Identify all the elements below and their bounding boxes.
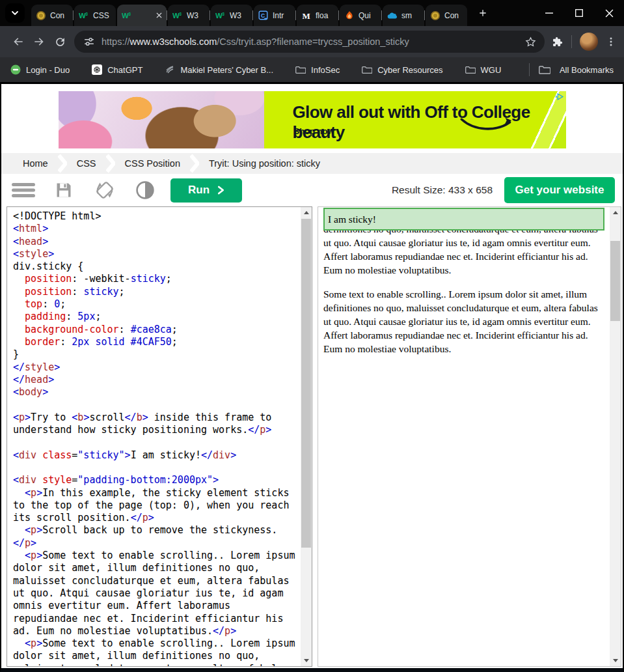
site-settings-icon[interactable] — [83, 36, 95, 48]
ad-cta-link[interactable]: Shop now › — [294, 126, 340, 136]
forward-button[interactable] — [29, 31, 49, 52]
menu-hamburger-icon[interactable] — [12, 182, 35, 198]
amazon-smile-icon — [458, 116, 518, 135]
code-line[interactable]: <body> — [13, 386, 299, 399]
browser-tab-active[interactable]: W3 — [117, 5, 167, 26]
scroll-up-arrow-icon[interactable] — [610, 207, 621, 218]
tab-label: Qui — [359, 11, 377, 20]
close-icon — [605, 9, 614, 18]
bookmark-item[interactable]: WGU — [465, 64, 502, 75]
run-button[interactable]: Run — [170, 178, 242, 203]
adchoices-icon[interactable] — [554, 92, 564, 101]
code-line[interactable]: <p>Some text to enable scrolling.. Lorem… — [13, 550, 299, 637]
contrast-icon[interactable] — [135, 180, 155, 200]
code-line[interactable]: } — [13, 348, 299, 361]
menu-dots-icon[interactable] — [606, 36, 616, 47]
bookmark-item[interactable]: Makiel Peters' Cyber B... — [165, 64, 273, 75]
code-content[interactable]: <!DOCTYPE html><html><head><style>div.st… — [7, 207, 301, 666]
code-line[interactable]: <p>In this example, the sticky element s… — [13, 487, 299, 525]
code-line[interactable]: position: sticky; — [13, 286, 299, 298]
rotate-view-icon[interactable] — [94, 179, 116, 201]
code-line[interactable]: <div style="padding-bottom:2000px"> — [13, 474, 299, 486]
profile-avatar[interactable] — [580, 33, 598, 51]
bookmark-item[interactable]: Login - Duo — [10, 64, 70, 75]
code-line[interactable]: <p>Scroll back up to remove the stickyne… — [13, 524, 299, 537]
scroll-up-arrow-icon[interactable] — [301, 207, 312, 218]
close-tab-button[interactable] — [156, 12, 162, 18]
tab-label: floa — [316, 11, 334, 20]
breadcrumb-item[interactable]: CSS — [68, 158, 105, 169]
browser-tab[interactable]: Con — [426, 5, 467, 26]
page-content: Glow all out with Off to College beauty … — [0, 84, 624, 672]
browser-tab[interactable]: W3W3 — [168, 5, 210, 26]
result-panel[interactable]: I am sticky! Some text to enable scrolli… — [318, 206, 621, 667]
browser-tab[interactable]: CIntr — [254, 5, 295, 26]
code-editor-panel[interactable]: <!DOCTYPE html><html><head><style>div.st… — [7, 206, 312, 667]
browser-tab[interactable]: W3W3 — [211, 5, 252, 26]
get-your-website-button[interactable]: Get your website — [504, 177, 615, 203]
svg-text:3: 3 — [85, 12, 88, 16]
code-line[interactable]: <p>Some text to enable scrolling.. Lorem… — [13, 637, 299, 666]
bookmark-item[interactable]: Cyber Resources — [362, 64, 442, 75]
reload-button[interactable] — [49, 31, 70, 52]
code-line[interactable] — [13, 436, 299, 449]
ad-headline: Glow all out with Off to College beauty — [293, 102, 566, 143]
code-line[interactable]: <p>Try to <b>scroll</b> inside this fram… — [13, 412, 299, 437]
browser-tab[interactable]: sm — [383, 5, 424, 26]
code-line[interactable]: position: -webkit-sticky; — [13, 273, 299, 285]
all-bookmarks[interactable]: All Bookmarks — [529, 63, 614, 76]
tab-label: Intr — [273, 11, 291, 20]
extensions-icon[interactable] — [551, 36, 563, 48]
browser-tab[interactable]: W3CSS — [74, 5, 116, 26]
close-window-button[interactable] — [594, 0, 624, 26]
tab-search-button[interactable] — [5, 3, 25, 23]
code-line[interactable]: </style> — [13, 361, 299, 374]
bookmark-label: Cyber Resources — [377, 65, 442, 75]
bookmark-item[interactable]: ChatGPT — [92, 64, 142, 75]
breadcrumb-item[interactable]: CSS Position — [116, 158, 189, 169]
code-line[interactable] — [13, 399, 299, 411]
code-line[interactable]: <!DOCTYPE html> — [13, 210, 299, 223]
browser-tab[interactable]: Qui — [340, 5, 381, 26]
code-line[interactable]: border: 2px solid #4CAF50; — [13, 336, 299, 348]
result-scrollbar[interactable] — [610, 207, 621, 666]
tab-label: sm — [401, 11, 420, 20]
bookmark-item[interactable]: InfoSec — [295, 64, 340, 75]
address-bar[interactable]: https://www.w3schools.com/Css/tryit.asp?… — [74, 31, 545, 53]
code-line[interactable]: padding: 5px; — [13, 311, 299, 323]
svg-text:3: 3 — [128, 12, 131, 16]
browser-tab[interactable]: Mfloa — [297, 5, 338, 26]
editor-scrollbar-thumb[interactable] — [301, 219, 311, 548]
medium-icon: M — [301, 10, 312, 21]
code-line[interactable]: div.sticky { — [13, 260, 299, 273]
bookmark-star-icon[interactable] — [524, 36, 537, 48]
result-scrollbar-thumb[interactable] — [610, 241, 620, 321]
breadcrumb-item[interactable]: Home — [14, 158, 57, 169]
code-line[interactable]: </head> — [13, 374, 299, 386]
code-line[interactable]: background-color: #cae8ca; — [13, 324, 299, 336]
ad-banner[interactable]: Glow all out with Off to College beauty … — [59, 91, 566, 148]
code-line[interactable]: <style> — [13, 248, 299, 260]
code-line[interactable]: <html> — [13, 223, 299, 235]
editor-scrollbar[interactable] — [301, 207, 312, 666]
tabs-container: ConW3CSSW3W3W3W3W3CIntrMfloaQuismCon — [31, 5, 468, 26]
code-line[interactable]: top: 0; — [13, 298, 299, 311]
new-tab-button[interactable] — [474, 4, 492, 22]
run-chevron-icon — [217, 186, 224, 195]
bookmark-label: Makiel Peters' Cyber B... — [180, 65, 273, 75]
code-line[interactable] — [13, 462, 299, 474]
save-icon[interactable] — [55, 181, 73, 199]
scroll-down-arrow-icon[interactable] — [301, 655, 312, 666]
scroll-down-arrow-icon[interactable] — [610, 655, 621, 666]
c-badge-icon: C — [258, 10, 269, 21]
browser-tab[interactable]: Con — [31, 5, 73, 26]
code-line[interactable]: <div class="sticky">I am sticky!</div> — [13, 449, 299, 462]
code-line[interactable]: <head> — [13, 236, 299, 248]
maximize-button[interactable] — [564, 0, 594, 26]
url-text[interactable]: https://www.w3schools.com/Css/tryit.asp?… — [102, 36, 521, 47]
code-line[interactable]: </p> — [13, 537, 299, 550]
folder-icon — [465, 64, 476, 75]
minimize-button[interactable] — [534, 0, 564, 26]
minimize-icon — [545, 9, 553, 17]
back-button[interactable] — [8, 31, 29, 52]
